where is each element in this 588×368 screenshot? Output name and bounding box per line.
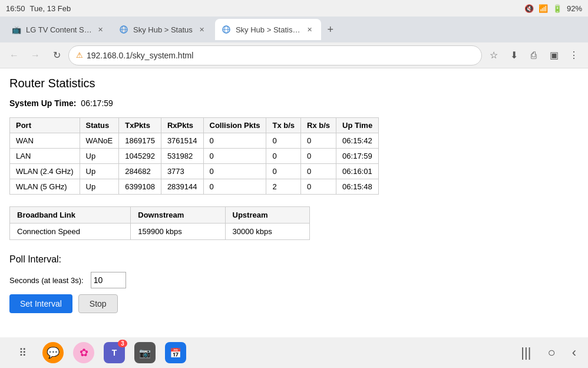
tab-1-title: LG TV Content Store | Sky C... [26,25,93,34]
reload-button[interactable]: ↻ [47,46,66,65]
tab-1-close[interactable]: ✕ [98,25,104,34]
bottom-bar: ⠿ 💬 ✿ T 3 📷 📅 ||| ○ ‹ [0,337,588,368]
flower-app-icon[interactable]: ✿ [73,342,94,363]
camera-app-icon[interactable]: 📷 [134,342,156,363]
tab-bar: 📺 LG TV Content Store | Sky C... ✕ Sky H… [0,17,588,42]
col-rxbs: Rx b/s [301,118,336,133]
tab-3-title: Sky Hub > Statistics [236,25,300,34]
forward-button[interactable]: → [26,46,45,65]
tab-3-close[interactable]: ✕ [305,25,314,34]
download-button[interactable]: ⬇ [504,46,523,65]
table-row: LANUp104529253198200006:17:59 [10,149,379,164]
status-date: Tue, 13 Feb [30,4,71,13]
calendar-app-icon[interactable]: 📅 [165,342,186,363]
home-icon[interactable]: ○ [547,345,555,360]
status-time: 16:50 [6,4,25,13]
col-collision: Collision Pkts [203,118,266,133]
bottom-nav: ||| ○ ‹ [521,345,576,360]
poll-interval-input[interactable] [91,272,126,288]
mute-icon: 🔇 [524,4,534,13]
set-interval-button[interactable]: Set Interval [9,294,72,313]
share-button[interactable]: ⎙ [524,46,543,65]
poll-row: Seconds (at least 3s): [9,272,579,288]
back-nav-icon[interactable]: ‹ [572,345,576,360]
new-tab-button[interactable]: + [322,21,339,38]
tab-2-favicon [119,25,128,34]
messenger-app-icon[interactable]: 💬 [42,342,64,363]
teams-app-icon[interactable]: T 3 [104,342,125,363]
system-uptime: System Up Time: 06:17:59 [9,98,579,108]
recent-apps-icon[interactable]: ||| [521,345,531,360]
tab-1-favicon: 📺 [12,25,21,34]
table-row: WLAN (5 GHz)Up6399108283914402006:15:48 [10,179,379,195]
tab-3-favicon [222,25,231,34]
tab-1[interactable]: 📺 LG TV Content Store | Sky C... ✕ [5,19,111,40]
tab-3[interactable]: Sky Hub > Statistics ✕ [215,19,321,40]
url-text: 192.168.0.1/sky_system.html [87,51,474,60]
more-button[interactable]: ⋮ [564,46,583,65]
bookmark-button[interactable]: ☆ [484,46,503,65]
poll-title: Poll Interval: [9,254,579,265]
bb-col-link: Broadband Link [10,207,131,224]
col-uptime: Up Time [336,118,379,133]
bb-table-row: Connection Speed 159900 kbps 30000 kbps [10,224,310,240]
tab-2[interactable]: Sky Hub > Status ✕ [112,19,214,40]
system-uptime-label: System Up Time: [9,98,76,108]
poll-label: Seconds (at least 3s): [9,276,84,285]
status-bar: 16:50 Tue, 13 Feb 🔇 📶 🔋 92% [0,0,588,17]
col-port: Port [10,118,80,133]
grid-icon[interactable]: ⠿ [12,342,33,363]
wifi-icon: 📶 [539,4,548,13]
system-uptime-value: 06:17:59 [81,98,113,108]
tab-overview-button[interactable]: ▣ [544,46,563,65]
col-status: Status [80,118,119,133]
poll-section: Poll Interval: Seconds (at least 3s): Se… [9,254,579,313]
bb-col-upstream: Upstream [225,207,309,224]
battery-percent: 92% [567,4,582,13]
page-title: Router Statistics [9,77,579,90]
teams-badge: 3 [118,340,127,347]
table-row: WANWANoE1869175376151400006:15:42 [10,133,379,149]
stats-table: Port Status TxPkts RxPkts Collision Pkts… [9,117,379,195]
battery-icon: 🔋 [553,4,562,13]
bb-col-downstream: Downstream [131,207,225,224]
col-txbs: Tx b/s [266,118,301,133]
tab-2-close[interactable]: ✕ [197,25,207,34]
col-txpkts: TxPkts [119,118,161,133]
url-box[interactable]: ⚠ 192.168.0.1/sky_system.html [68,45,482,65]
security-warning-icon: ⚠ [76,51,83,60]
col-rxpkts: RxPkts [161,118,203,133]
broadband-table: Broadband Link Downstream Upstream Conne… [9,206,310,240]
back-button[interactable]: ← [5,46,24,65]
tab-2-title: Sky Hub > Status [133,25,193,34]
page-content: Router Statistics System Up Time: 06:17:… [0,68,588,321]
table-row: WLAN (2.4 GHz)Up284682377300006:16:01 [10,164,379,179]
stop-button[interactable]: Stop [78,294,118,313]
address-bar: ← → ↻ ⚠ 192.168.0.1/sky_system.html ☆ ⬇ … [0,42,588,68]
app-dock: ⠿ 💬 ✿ T 3 📷 📅 [12,342,186,363]
